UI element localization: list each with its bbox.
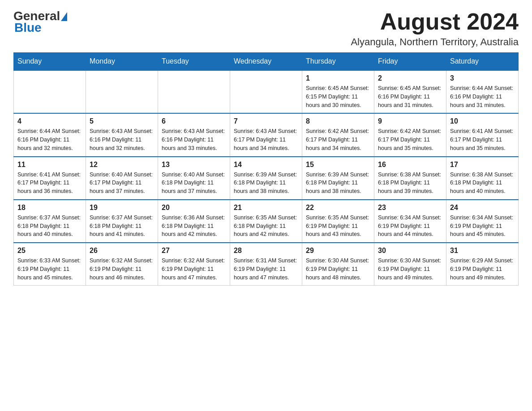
- logo-triangle-icon: [61, 12, 67, 21]
- week-row-2: 4Sunrise: 6:44 AM Sunset: 6:16 PM Daylig…: [14, 113, 519, 156]
- calendar-cell: 9Sunrise: 6:42 AM Sunset: 6:17 PM Daylig…: [374, 113, 446, 156]
- day-number: 4: [17, 117, 82, 125]
- calendar-cell: 25Sunrise: 6:33 AM Sunset: 6:19 PM Dayli…: [14, 243, 86, 286]
- day-info: Sunrise: 6:38 AM Sunset: 6:18 PM Dayligh…: [378, 171, 442, 196]
- day-number: 24: [450, 204, 515, 212]
- day-info: Sunrise: 6:43 AM Sunset: 6:16 PM Dayligh…: [90, 127, 154, 152]
- day-number: 18: [17, 204, 82, 212]
- day-number: 20: [162, 204, 226, 212]
- day-number: 12: [90, 161, 154, 169]
- day-number: 8: [306, 117, 370, 125]
- day-number: 22: [306, 204, 370, 212]
- day-info: Sunrise: 6:45 AM Sunset: 6:16 PM Dayligh…: [378, 84, 442, 109]
- header-sunday: Sunday: [14, 53, 86, 71]
- day-info: Sunrise: 6:40 AM Sunset: 6:17 PM Dayligh…: [90, 171, 154, 196]
- calendar-cell: 19Sunrise: 6:37 AM Sunset: 6:18 PM Dayli…: [86, 200, 158, 243]
- day-info: Sunrise: 6:31 AM Sunset: 6:19 PM Dayligh…: [234, 257, 298, 282]
- day-number: 1: [306, 74, 370, 82]
- day-info: Sunrise: 6:44 AM Sunset: 6:16 PM Dayligh…: [450, 84, 515, 109]
- calendar-cell: 16Sunrise: 6:38 AM Sunset: 6:18 PM Dayli…: [374, 157, 446, 200]
- calendar-cell: 21Sunrise: 6:35 AM Sunset: 6:18 PM Dayli…: [230, 200, 302, 243]
- day-info: Sunrise: 6:34 AM Sunset: 6:19 PM Dayligh…: [378, 214, 442, 239]
- calendar-cell: 22Sunrise: 6:35 AM Sunset: 6:19 PM Dayli…: [302, 200, 374, 243]
- week-row-1: 1Sunrise: 6:45 AM Sunset: 6:15 PM Daylig…: [14, 70, 519, 113]
- calendar-cell: 3Sunrise: 6:44 AM Sunset: 6:16 PM Daylig…: [446, 70, 519, 113]
- calendar-cell: 28Sunrise: 6:31 AM Sunset: 6:19 PM Dayli…: [230, 243, 302, 286]
- calendar-cell: 27Sunrise: 6:32 AM Sunset: 6:19 PM Dayli…: [158, 243, 230, 286]
- calendar-cell: 4Sunrise: 6:44 AM Sunset: 6:16 PM Daylig…: [14, 113, 86, 156]
- day-number: 21: [234, 204, 298, 212]
- calendar-header-row: SundayMondayTuesdayWednesdayThursdayFrid…: [14, 53, 519, 71]
- header-wednesday: Wednesday: [230, 53, 302, 71]
- day-number: 6: [162, 117, 226, 125]
- day-info: Sunrise: 6:38 AM Sunset: 6:18 PM Dayligh…: [450, 171, 515, 196]
- day-info: Sunrise: 6:43 AM Sunset: 6:16 PM Dayligh…: [162, 127, 226, 152]
- calendar-cell: 11Sunrise: 6:41 AM Sunset: 6:17 PM Dayli…: [14, 157, 86, 200]
- day-number: 30: [378, 247, 442, 255]
- calendar-cell: 2Sunrise: 6:45 AM Sunset: 6:16 PM Daylig…: [374, 70, 446, 113]
- day-number: 13: [162, 161, 226, 169]
- calendar-cell: 24Sunrise: 6:34 AM Sunset: 6:19 PM Dayli…: [446, 200, 519, 243]
- header-friday: Friday: [374, 53, 446, 71]
- week-row-3: 11Sunrise: 6:41 AM Sunset: 6:17 PM Dayli…: [14, 157, 519, 200]
- day-info: Sunrise: 6:33 AM Sunset: 6:19 PM Dayligh…: [17, 257, 82, 282]
- header-saturday: Saturday: [446, 53, 519, 71]
- header-monday: Monday: [86, 53, 158, 71]
- calendar-cell: 20Sunrise: 6:36 AM Sunset: 6:18 PM Dayli…: [158, 200, 230, 243]
- title-area: August 2024 Alyangula, Northern Territor…: [351, 9, 519, 48]
- day-number: 25: [17, 247, 82, 255]
- day-info: Sunrise: 6:43 AM Sunset: 6:17 PM Dayligh…: [234, 127, 298, 152]
- calendar-cell: 10Sunrise: 6:41 AM Sunset: 6:17 PM Dayli…: [446, 113, 519, 156]
- calendar-cell: 8Sunrise: 6:42 AM Sunset: 6:17 PM Daylig…: [302, 113, 374, 156]
- calendar-cell: 31Sunrise: 6:29 AM Sunset: 6:19 PM Dayli…: [446, 243, 519, 286]
- day-number: 7: [234, 117, 298, 125]
- logo-blue: Blue: [14, 21, 67, 35]
- calendar-cell: [14, 70, 86, 113]
- day-info: Sunrise: 6:29 AM Sunset: 6:19 PM Dayligh…: [450, 257, 515, 282]
- calendar-cell: 26Sunrise: 6:32 AM Sunset: 6:19 PM Dayli…: [86, 243, 158, 286]
- calendar-cell: 23Sunrise: 6:34 AM Sunset: 6:19 PM Dayli…: [374, 200, 446, 243]
- header-thursday: Thursday: [302, 53, 374, 71]
- calendar-cell: 7Sunrise: 6:43 AM Sunset: 6:17 PM Daylig…: [230, 113, 302, 156]
- day-info: Sunrise: 6:37 AM Sunset: 6:18 PM Dayligh…: [90, 214, 154, 239]
- calendar-cell: [230, 70, 302, 113]
- day-info: Sunrise: 6:39 AM Sunset: 6:18 PM Dayligh…: [306, 171, 370, 196]
- calendar-cell: [86, 70, 158, 113]
- calendar-cell: 18Sunrise: 6:37 AM Sunset: 6:18 PM Dayli…: [14, 200, 86, 243]
- day-number: 10: [450, 117, 515, 125]
- day-number: 9: [378, 117, 442, 125]
- day-number: 2: [378, 74, 442, 82]
- day-number: 19: [90, 204, 154, 212]
- calendar-table: SundayMondayTuesdayWednesdayThursdayFrid…: [13, 52, 519, 286]
- day-number: 29: [306, 247, 370, 255]
- day-number: 31: [450, 247, 515, 255]
- calendar-cell: [158, 70, 230, 113]
- day-info: Sunrise: 6:30 AM Sunset: 6:19 PM Dayligh…: [378, 257, 442, 282]
- day-info: Sunrise: 6:41 AM Sunset: 6:17 PM Dayligh…: [450, 127, 515, 152]
- calendar-cell: 13Sunrise: 6:40 AM Sunset: 6:18 PM Dayli…: [158, 157, 230, 200]
- calendar-cell: 29Sunrise: 6:30 AM Sunset: 6:19 PM Dayli…: [302, 243, 374, 286]
- calendar-cell: 6Sunrise: 6:43 AM Sunset: 6:16 PM Daylig…: [158, 113, 230, 156]
- day-number: 14: [234, 161, 298, 169]
- day-info: Sunrise: 6:36 AM Sunset: 6:18 PM Dayligh…: [162, 214, 226, 239]
- week-row-4: 18Sunrise: 6:37 AM Sunset: 6:18 PM Dayli…: [14, 200, 519, 243]
- calendar-cell: 5Sunrise: 6:43 AM Sunset: 6:16 PM Daylig…: [86, 113, 158, 156]
- day-info: Sunrise: 6:44 AM Sunset: 6:16 PM Dayligh…: [17, 127, 82, 152]
- calendar-cell: 30Sunrise: 6:30 AM Sunset: 6:19 PM Dayli…: [374, 243, 446, 286]
- calendar-cell: 12Sunrise: 6:40 AM Sunset: 6:17 PM Dayli…: [86, 157, 158, 200]
- day-number: 27: [162, 247, 226, 255]
- day-info: Sunrise: 6:42 AM Sunset: 6:17 PM Dayligh…: [378, 127, 442, 152]
- day-info: Sunrise: 6:42 AM Sunset: 6:17 PM Dayligh…: [306, 127, 370, 152]
- day-info: Sunrise: 6:37 AM Sunset: 6:18 PM Dayligh…: [17, 214, 82, 239]
- day-info: Sunrise: 6:32 AM Sunset: 6:19 PM Dayligh…: [162, 257, 226, 282]
- logo: General Blue: [13, 9, 67, 35]
- month-title: August 2024: [351, 9, 519, 34]
- day-number: 5: [90, 117, 154, 125]
- day-number: 3: [450, 74, 515, 82]
- day-number: 16: [378, 161, 442, 169]
- calendar-cell: 1Sunrise: 6:45 AM Sunset: 6:15 PM Daylig…: [302, 70, 374, 113]
- page-header: General Blue August 2024 Alyangula, Nort…: [13, 9, 519, 48]
- day-info: Sunrise: 6:34 AM Sunset: 6:19 PM Dayligh…: [450, 214, 515, 239]
- header-tuesday: Tuesday: [158, 53, 230, 71]
- day-number: 17: [450, 161, 515, 169]
